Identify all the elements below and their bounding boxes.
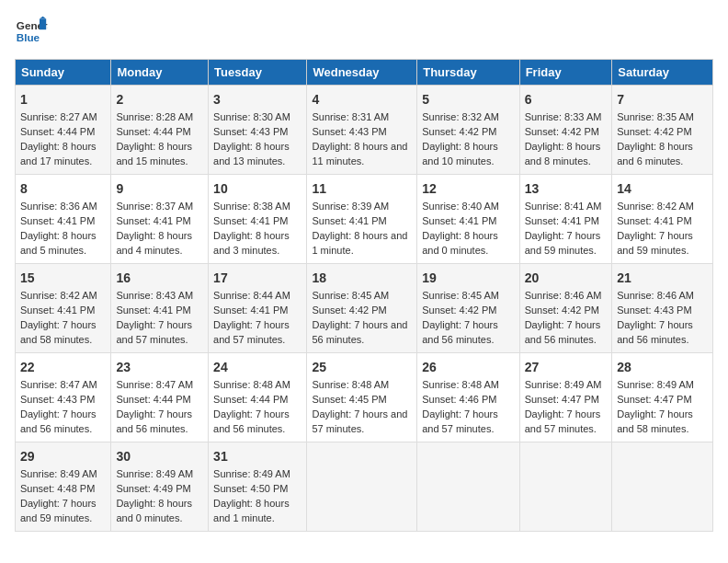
daylight-text: Daylight: 7 hours and 59 minutes. — [525, 229, 608, 259]
sunset-text: Sunset: 4:47 PM — [617, 393, 708, 408]
calendar-cell: 6Sunrise: 8:33 AMSunset: 4:42 PMDaylight… — [519, 86, 612, 175]
calendar-cell: 11Sunrise: 8:39 AMSunset: 4:41 PMDayligh… — [307, 175, 417, 264]
calendar-cell: 14Sunrise: 8:42 AMSunset: 4:41 PMDayligh… — [612, 175, 713, 264]
calendar-cell: 1Sunrise: 8:27 AMSunset: 4:44 PMDaylight… — [16, 86, 111, 175]
day-number: 3 — [213, 90, 301, 109]
sunset-text: Sunset: 4:43 PM — [213, 125, 301, 140]
week-row-3: 15Sunrise: 8:42 AMSunset: 4:41 PMDayligh… — [16, 264, 713, 353]
daylight-text: Daylight: 8 hours and 3 minutes. — [213, 229, 301, 259]
day-number: 5 — [422, 90, 514, 109]
calendar-cell: 8Sunrise: 8:36 AMSunset: 4:41 PMDaylight… — [16, 175, 111, 264]
daylight-text: Daylight: 8 hours and 13 minutes. — [213, 140, 301, 169]
daylight-text: Daylight: 7 hours and 56 minutes. — [116, 408, 203, 437]
sunset-text: Sunset: 4:44 PM — [20, 125, 106, 140]
day-number: 11 — [312, 179, 412, 198]
sunset-text: Sunset: 4:47 PM — [525, 393, 608, 408]
sunrise-text: Sunrise: 8:45 AM — [422, 289, 514, 304]
sunrise-text: Sunrise: 8:39 AM — [312, 200, 412, 214]
sunrise-text: Sunrise: 8:42 AM — [617, 200, 708, 214]
sunset-text: Sunset: 4:41 PM — [20, 304, 106, 318]
day-number: 21 — [617, 269, 708, 287]
day-number: 23 — [116, 358, 203, 376]
sunset-text: Sunset: 4:41 PM — [617, 214, 708, 229]
day-number: 17 — [213, 269, 301, 287]
sunrise-text: Sunrise: 8:48 AM — [422, 378, 514, 393]
day-number: 26 — [422, 358, 514, 376]
day-number: 13 — [525, 179, 608, 198]
day-number: 15 — [20, 269, 106, 287]
daylight-text: Daylight: 8 hours and 1 minute. — [213, 497, 301, 526]
header-day-friday: Friday — [519, 60, 612, 86]
day-number: 6 — [525, 90, 608, 109]
header-day-saturday: Saturday — [612, 60, 713, 86]
calendar-cell — [417, 442, 519, 532]
daylight-text: Daylight: 7 hours and 56 minutes. — [312, 318, 412, 348]
calendar-cell: 7Sunrise: 8:35 AMSunset: 4:42 PMDaylight… — [612, 86, 713, 175]
sunrise-text: Sunrise: 8:37 AM — [116, 200, 203, 214]
sunrise-text: Sunrise: 8:49 AM — [116, 467, 203, 482]
daylight-text: Daylight: 8 hours and 11 minutes. — [312, 140, 412, 169]
sunset-text: Sunset: 4:41 PM — [213, 214, 301, 229]
calendar-cell: 22Sunrise: 8:47 AMSunset: 4:43 PMDayligh… — [16, 353, 111, 442]
calendar-cell: 13Sunrise: 8:41 AMSunset: 4:41 PMDayligh… — [519, 175, 612, 264]
week-row-4: 22Sunrise: 8:47 AMSunset: 4:43 PMDayligh… — [16, 353, 713, 442]
sunrise-text: Sunrise: 8:42 AM — [20, 289, 106, 304]
day-number: 16 — [116, 269, 203, 287]
day-number: 20 — [525, 269, 608, 287]
calendar-cell: 2Sunrise: 8:28 AMSunset: 4:44 PMDaylight… — [111, 86, 209, 175]
sunset-text: Sunset: 4:48 PM — [20, 482, 106, 497]
daylight-text: Daylight: 7 hours and 58 minutes. — [20, 318, 106, 348]
logo: General Blue — [15, 15, 48, 48]
daylight-text: Daylight: 7 hours and 59 minutes. — [20, 497, 106, 526]
sunrise-text: Sunrise: 8:49 AM — [525, 378, 608, 393]
sunrise-text: Sunrise: 8:31 AM — [312, 110, 412, 125]
calendar-cell — [307, 442, 417, 532]
daylight-text: Daylight: 8 hours and 15 minutes. — [116, 140, 203, 169]
calendar-cell — [519, 442, 612, 532]
sunset-text: Sunset: 4:44 PM — [213, 393, 301, 408]
day-number: 29 — [20, 447, 106, 465]
sunset-text: Sunset: 4:50 PM — [213, 482, 301, 497]
header: General Blue — [15, 15, 713, 48]
daylight-text: Daylight: 8 hours and 5 minutes. — [20, 229, 106, 259]
calendar-cell: 25Sunrise: 8:48 AMSunset: 4:45 PMDayligh… — [307, 353, 417, 442]
sunrise-text: Sunrise: 8:47 AM — [116, 378, 203, 393]
day-number: 14 — [617, 179, 708, 198]
sunrise-text: Sunrise: 8:35 AM — [617, 110, 708, 125]
daylight-text: Daylight: 8 hours and 8 minutes. — [525, 140, 608, 169]
calendar-cell: 29Sunrise: 8:49 AMSunset: 4:48 PMDayligh… — [16, 442, 111, 532]
daylight-text: Daylight: 8 hours and 6 minutes. — [617, 140, 708, 169]
sunrise-text: Sunrise: 8:49 AM — [213, 467, 301, 482]
sunset-text: Sunset: 4:44 PM — [116, 393, 203, 408]
daylight-text: Daylight: 7 hours and 57 minutes. — [116, 318, 203, 348]
sunset-text: Sunset: 4:43 PM — [312, 125, 412, 140]
daylight-text: Daylight: 8 hours and 4 minutes. — [116, 229, 203, 259]
calendar-table: SundayMondayTuesdayWednesdayThursdayFrid… — [15, 59, 713, 532]
daylight-text: Daylight: 7 hours and 57 minutes. — [312, 408, 412, 437]
day-number: 25 — [312, 358, 412, 376]
daylight-text: Daylight: 7 hours and 56 minutes. — [20, 408, 106, 437]
sunrise-text: Sunrise: 8:44 AM — [213, 289, 301, 304]
calendar-cell: 9Sunrise: 8:37 AMSunset: 4:41 PMDaylight… — [111, 175, 209, 264]
calendar-cell: 24Sunrise: 8:48 AMSunset: 4:44 PMDayligh… — [209, 353, 307, 442]
daylight-text: Daylight: 8 hours and 17 minutes. — [20, 140, 106, 169]
week-row-2: 8Sunrise: 8:36 AMSunset: 4:41 PMDaylight… — [16, 175, 713, 264]
sunrise-text: Sunrise: 8:40 AM — [422, 200, 514, 214]
daylight-text: Daylight: 7 hours and 56 minutes. — [213, 408, 301, 437]
calendar-cell: 28Sunrise: 8:49 AMSunset: 4:47 PMDayligh… — [612, 353, 713, 442]
sunset-text: Sunset: 4:41 PM — [312, 214, 412, 229]
calendar-cell: 17Sunrise: 8:44 AMSunset: 4:41 PMDayligh… — [209, 264, 307, 353]
sunset-text: Sunset: 4:41 PM — [116, 304, 203, 318]
sunset-text: Sunset: 4:49 PM — [116, 482, 203, 497]
svg-marker-2 — [40, 19, 46, 30]
day-number: 28 — [617, 358, 708, 376]
daylight-text: Daylight: 7 hours and 58 minutes. — [617, 408, 708, 437]
sunrise-text: Sunrise: 8:48 AM — [213, 378, 301, 393]
daylight-text: Daylight: 7 hours and 56 minutes. — [525, 318, 608, 348]
header-day-monday: Monday — [111, 60, 209, 86]
calendar-cell: 4Sunrise: 8:31 AMSunset: 4:43 PMDaylight… — [307, 86, 417, 175]
sunrise-text: Sunrise: 8:41 AM — [525, 200, 608, 214]
day-number: 8 — [20, 179, 106, 198]
header-day-sunday: Sunday — [16, 60, 111, 86]
calendar-cell: 26Sunrise: 8:48 AMSunset: 4:46 PMDayligh… — [417, 353, 519, 442]
